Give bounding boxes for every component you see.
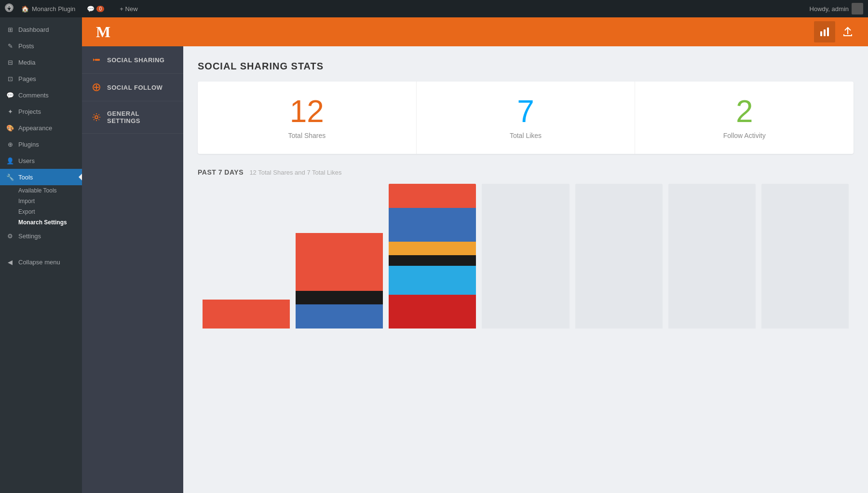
- content-area: M: [82, 17, 868, 493]
- bar-segment: [389, 208, 476, 242]
- bar-col-5: [668, 184, 756, 329]
- comments-icon: 💬: [6, 91, 14, 99]
- bar-col-6: [761, 184, 849, 329]
- social-sharing-nav-icon: [92, 55, 101, 65]
- past7days-subtitle: 12 Total Shares and 7 Total Likes: [249, 169, 341, 176]
- wp-sidebar: ⊞ Dashboard ✎ Posts ⊟ Media ⊡ Pages 💬 Co…: [0, 17, 82, 493]
- svg-marker-4: [93, 58, 95, 61]
- avatar: [852, 3, 863, 14]
- sidebar-item-projects[interactable]: ✦ Projects: [0, 103, 82, 120]
- sidebar-item-users[interactable]: 👤 Users: [0, 152, 82, 169]
- follow-activity-value: 2: [736, 96, 753, 127]
- settings-icon: ⚙: [6, 232, 14, 240]
- total-likes-card: 7 Total Likes: [417, 82, 636, 154]
- comments-button[interactable]: 💬 0: [83, 0, 108, 17]
- monarch-nav-social-follow[interactable]: Social Follow: [82, 74, 183, 101]
- bar-col-4: [575, 184, 663, 329]
- bar-segment: [389, 255, 476, 266]
- total-shares-label: Total Shares: [288, 132, 326, 139]
- svg-rect-3: [827, 27, 829, 36]
- posts-icon: ✎: [6, 41, 14, 50]
- tools-icon: 🔧: [6, 173, 14, 181]
- svg-rect-2: [824, 29, 826, 36]
- sidebar-item-pages[interactable]: ⊡ Pages: [0, 70, 82, 87]
- sidebar-collapse-menu[interactable]: ◀ Collapse menu: [0, 254, 82, 270]
- stats-view-button[interactable]: [814, 21, 835, 42]
- monarch-logo: M: [92, 20, 115, 43]
- bar-segment: [389, 266, 476, 295]
- sidebar-item-posts[interactable]: ✎ Posts: [0, 38, 82, 54]
- follow-activity-card: 2 Follow Activity: [635, 82, 854, 154]
- monarch-header-icons: [814, 21, 858, 42]
- svg-rect-8: [94, 87, 99, 88]
- bar-segment: [296, 304, 383, 329]
- bar-col-1: [296, 184, 383, 329]
- bar-col-2: [389, 184, 476, 329]
- bar-segment: [389, 295, 476, 329]
- bar-col-3: [482, 184, 569, 329]
- total-shares-card: 12 Total Shares: [198, 82, 417, 154]
- collapse-icon: ◀: [6, 258, 14, 266]
- site-name[interactable]: 🏠 Monarch Plugin: [21, 5, 75, 13]
- sidebar-item-dashboard[interactable]: ⊞ Dashboard: [0, 21, 82, 38]
- total-likes-label: Total Likes: [510, 132, 542, 139]
- media-icon: ⊟: [6, 58, 14, 67]
- total-shares-value: 12: [290, 96, 324, 127]
- projects-icon: ✦: [6, 107, 14, 116]
- dashboard-icon: ⊞: [6, 25, 14, 34]
- bar-segment: [203, 300, 290, 329]
- svg-rect-5: [95, 59, 100, 61]
- plugins-icon: ⊕: [6, 140, 14, 149]
- sidebar-sub-available-tools[interactable]: Available Tools: [0, 185, 82, 196]
- bar-segment: [389, 242, 476, 255]
- appearance-icon: 🎨: [6, 123, 14, 132]
- monarch-nav-social-sharing[interactable]: Social Sharing: [82, 46, 183, 74]
- svg-point-9: [95, 116, 98, 119]
- past7days-title: Past 7 Days 12 Total Shares and 7 Total …: [198, 168, 854, 176]
- sidebar-sub-import[interactable]: Import: [0, 196, 82, 206]
- general-settings-nav-icon: [92, 112, 101, 122]
- users-icon: 👤: [6, 156, 14, 165]
- monarch-nav: Social Sharing Social Follow: [82, 46, 183, 493]
- sidebar-item-media[interactable]: ⊟ Media: [0, 54, 82, 70]
- share-view-button[interactable]: [837, 21, 858, 42]
- bar-segment: [296, 291, 383, 304]
- bar-segment: [296, 233, 383, 291]
- wp-logo-icon[interactable]: [5, 3, 14, 14]
- sidebar-item-appearance[interactable]: 🎨 Appearance: [0, 120, 82, 136]
- social-follow-nav-icon: [92, 82, 101, 92]
- admin-bar: 🏠 Monarch Plugin 💬 0 + New Howdy, admin: [0, 0, 868, 17]
- sidebar-item-settings[interactable]: ⚙ Settings: [0, 228, 82, 244]
- new-content-button[interactable]: + New: [116, 0, 141, 17]
- total-likes-value: 7: [517, 96, 534, 127]
- bar-segment: [389, 184, 476, 208]
- sidebar-sub-export[interactable]: Export: [0, 206, 82, 217]
- pages-icon: ⊡: [6, 74, 14, 83]
- sidebar-item-plugins[interactable]: ⊕ Plugins: [0, 136, 82, 152]
- stats-container: 12 Total Shares 7 Total Likes 2 Follow A…: [198, 82, 854, 154]
- monarch-header: M: [82, 17, 868, 46]
- svg-rect-1: [820, 31, 822, 36]
- monarch-nav-general-settings[interactable]: General Settings: [82, 101, 183, 134]
- sidebar-item-comments[interactable]: 💬 Comments: [0, 87, 82, 103]
- follow-activity-label: Follow Activity: [723, 132, 766, 139]
- sidebar-sub-monarch-settings[interactable]: Monarch Settings: [0, 217, 82, 228]
- sidebar-item-tools[interactable]: 🔧 Tools: [0, 169, 82, 185]
- bar-chart: [198, 184, 854, 329]
- user-info: Howdy, admin: [810, 3, 863, 14]
- monarch-main: Social Sharing Stats 12 Total Shares 7 T…: [183, 46, 868, 493]
- page-title: Social Sharing Stats: [198, 61, 854, 72]
- bar-col-0: [203, 184, 290, 329]
- monarch-wrapper: Social Sharing Social Follow: [82, 46, 868, 493]
